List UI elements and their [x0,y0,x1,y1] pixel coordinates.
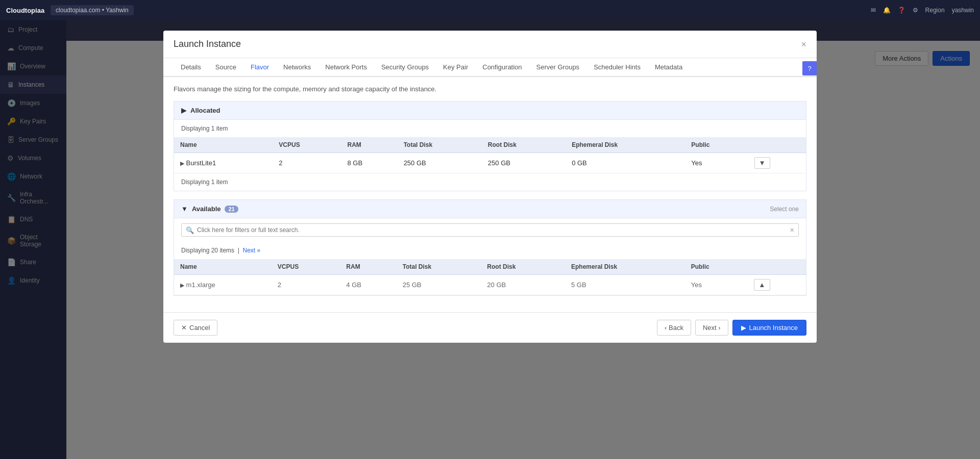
user-menu[interactable]: yashwin [952,7,974,14]
nav-icons: ✉ 🔔 ❓ ⚙ Region yashwin [871,7,974,14]
tab-configuration[interactable]: Configuration [475,58,529,77]
mail-icon[interactable]: ✉ [871,7,876,14]
chevron-down-icon: ▼ [181,205,188,213]
avail-col-public: Public [685,259,748,275]
avail-col-root-disk: Root Disk [481,259,565,275]
region-dropdown[interactable]: Region [925,7,945,14]
col-action [748,137,806,153]
available-section: ▼ Available 21 Select one 🔍 × Displaying… [174,199,806,296]
available-count-badge: 21 [225,206,238,213]
tab-networks[interactable]: Networks [276,58,318,77]
modal-footer: ✕ Cancel ‹ Back Next › ▶ Launch Instance [163,312,817,343]
avail-col-vcpus: VCPUS [272,259,340,275]
allocated-label: Allocated [190,107,220,114]
tab-server-groups[interactable]: Server Groups [529,58,587,77]
search-input[interactable] [197,226,790,234]
navbar: Cloudtopiaa cloudtopiaa.com • Yashwin ✉ … [0,0,980,20]
available-table: Name VCPUS RAM Total Disk Root Disk Ephe… [174,259,806,295]
help-icon[interactable]: ❓ [898,7,905,14]
launch-instance-button[interactable]: ▶ Launch Instance [732,320,806,336]
allocated-section: ▶ Allocated Displaying 1 item Name VCPUS… [174,101,806,191]
avail-col-name: Name [174,259,272,275]
col-total-disk: Total Disk [398,137,482,153]
tab-details[interactable]: Details [174,58,208,77]
tab-metadata[interactable]: Metadata [648,58,690,77]
row-expand-button[interactable]: ▶ [180,160,184,167]
back-button[interactable]: ‹ Back [657,320,691,336]
modal-body: Flavors manage the sizing for the comput… [163,77,817,312]
col-ram: RAM [341,137,398,153]
avail-col-action [748,259,806,275]
chevron-right-icon: ▶ [181,107,186,114]
allocated-displaying-top: Displaying 1 item [174,120,806,137]
avail-col-total-disk: Total Disk [397,259,481,275]
tab-flavor[interactable]: Flavor [243,58,276,77]
row-expand-button[interactable]: ▶ [180,282,184,289]
search-icon: 🔍 [186,226,194,234]
modal-overlay: Launch Instance × ? Details Source Flavo… [0,20,980,459]
avail-col-ram: RAM [340,259,396,275]
available-next-link[interactable]: Next » [243,247,261,254]
avail-col-ephemeral-disk: Ephemeral Disk [565,259,685,275]
tab-network-ports[interactable]: Network Ports [318,58,374,77]
available-label: Available [192,205,221,213]
table-row: ▶ m1.xlarge 2 4 GB 25 GB 20 GB 5 GB Yes … [174,275,806,295]
allocated-table: Name VCPUS RAM Total Disk Root Disk Ephe… [174,137,806,173]
col-public: Public [685,137,748,153]
select-one-text: Select one [770,206,799,213]
tab-security-groups[interactable]: Security Groups [374,58,436,77]
cancel-x-icon: ✕ [181,324,187,332]
nav-url: cloudtopiaa.com • Yashwin [51,5,134,15]
col-ephemeral-disk: Ephemeral Disk [566,137,685,153]
allocated-header: ▶ Allocated [174,101,806,120]
footer-right: ‹ Back Next › ▶ Launch Instance [657,320,806,336]
tab-key-pair[interactable]: Key Pair [436,58,475,77]
col-vcpus: VCPUS [273,137,341,153]
available-displaying: Displaying 20 items | Next » [174,242,806,259]
brand-logo: Cloudtopiaa [6,7,44,14]
search-clear-button[interactable]: × [790,226,794,234]
tab-source[interactable]: Source [208,58,243,77]
launch-icon: ▶ [741,324,746,332]
next-button[interactable]: Next › [695,320,728,336]
available-title: ▼ Available 21 [181,205,238,213]
modal-title: Launch Instance [174,39,241,49]
col-name: Name [174,137,273,153]
flavor-description: Flavors manage the sizing for the comput… [174,85,806,93]
modal-close-button[interactable]: × [801,40,806,49]
bell-icon[interactable]: 🔔 [883,7,891,14]
allocated-body: Displaying 1 item Name VCPUS RAM Total D… [174,120,806,191]
search-bar: 🔍 × [181,223,799,237]
table-row: ▶ BurstLite1 2 8 GB 250 GB 250 GB 0 GB Y… [174,153,806,173]
help-button[interactable]: ? [802,61,817,75]
modal-tabs: Details Source Flavor Networks Network P… [163,58,817,77]
row-add-button[interactable]: ▲ [754,279,770,291]
col-root-disk: Root Disk [482,137,566,153]
modal-header: Launch Instance × [163,31,817,58]
cancel-button[interactable]: ✕ Cancel [174,320,217,336]
gear-icon[interactable]: ⚙ [913,7,918,14]
tab-scheduler-hints[interactable]: Scheduler Hints [586,58,648,77]
allocated-displaying-bottom: Displaying 1 item [174,173,806,191]
available-header: ▼ Available 21 Select one [174,200,806,218]
row-remove-button[interactable]: ▼ [754,157,770,169]
launch-instance-modal: Launch Instance × ? Details Source Flavo… [163,31,817,343]
